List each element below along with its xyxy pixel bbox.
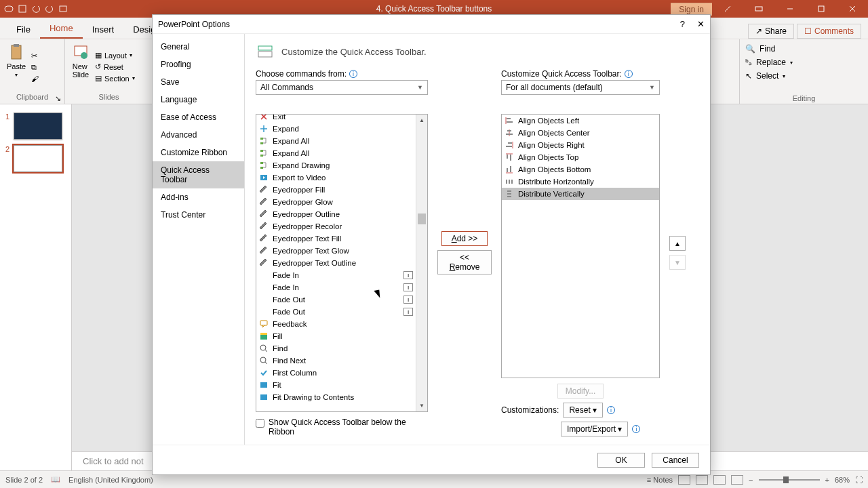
command-list-item[interactable]: Expand All (256, 135, 416, 147)
info-icon[interactable]: i (632, 425, 640, 433)
input-indicator-icon: I (403, 271, 413, 279)
scroll-up-button[interactable]: ▲ (416, 115, 427, 126)
command-list-item[interactable]: Find (256, 342, 416, 354)
move-up-button[interactable]: ▲ (669, 236, 686, 251)
plus-icon (259, 124, 269, 134)
blank-icon (259, 295, 269, 304)
command-list-item[interactable]: Fit Drawing to Contents (256, 391, 416, 403)
command-list-item[interactable]: Eyedropper Text Glow (256, 245, 416, 257)
pen-icon (259, 246, 269, 256)
svg-rect-28 (507, 130, 511, 131)
choose-commands-label: Choose commands from: (256, 69, 347, 79)
svg-point-22 (260, 345, 266, 350)
command-list-item[interactable]: Eyedropper Text Outline (256, 257, 416, 269)
find-icon (259, 356, 269, 365)
qat-list-item[interactable]: Align Objects Center (502, 127, 659, 139)
svg-rect-14 (260, 150, 263, 152)
cancel-button[interactable]: Cancel (652, 453, 699, 468)
find-icon (259, 344, 269, 353)
close-icon[interactable]: ✕ (697, 19, 705, 29)
svg-point-23 (260, 357, 266, 363)
chat-icon (259, 319, 269, 329)
help-button[interactable]: ? (680, 19, 685, 29)
add-button[interactable]: Add >> (441, 231, 488, 246)
command-list-item[interactable]: Fade InI (256, 269, 416, 281)
command-list-item[interactable]: Export to Video (256, 171, 416, 184)
info-icon[interactable]: i (607, 406, 615, 414)
svg-rect-27 (507, 121, 513, 123)
qat-list-item[interactable]: Distribute Vertically (502, 188, 659, 200)
show-below-ribbon-checkbox[interactable] (256, 419, 264, 428)
dialog-nav-item[interactable]: Customize Ribbon (153, 144, 244, 161)
dialog-nav-item[interactable]: Ease of Access (153, 108, 244, 126)
dialog-footer: OK Cancel (153, 445, 710, 474)
command-list-item[interactable]: Eyedropper Outline (256, 208, 416, 220)
qat-list-item[interactable]: Align Objects Top (502, 151, 659, 163)
scrollbar[interactable]: ▲ ▼ (416, 115, 427, 411)
command-list-item[interactable]: Eyedropper Glow (256, 196, 416, 208)
pen-icon (259, 234, 269, 243)
svg-rect-41 (507, 196, 511, 197)
input-indicator-icon: I (403, 283, 413, 291)
command-list-item[interactable]: Fill (256, 330, 416, 342)
svg-rect-19 (260, 321, 267, 325)
customizations-label: Customizations: (501, 405, 559, 415)
pen-icon (259, 185, 269, 195)
ok-button[interactable]: OK (597, 453, 645, 468)
command-list-item[interactable]: Fade OutI (256, 293, 416, 306)
info-icon[interactable]: i (625, 70, 633, 78)
command-list-item[interactable]: Expand (256, 123, 416, 135)
dialog-nav-item[interactable]: Advanced (153, 126, 244, 144)
dialog-nav-item[interactable]: Language (153, 91, 244, 108)
dialog-nav-item[interactable]: Proofing (153, 56, 244, 73)
svg-rect-30 (508, 142, 512, 144)
svg-rect-29 (506, 134, 513, 135)
command-list-item[interactable]: Eyedropper Recolor (256, 220, 416, 232)
svg-rect-24 (260, 382, 267, 388)
svg-rect-39 (507, 190, 511, 192)
blank-icon (259, 270, 269, 280)
qat-list-item[interactable]: Align Objects Left (502, 115, 659, 127)
remove-button[interactable]: << Remove (437, 250, 492, 274)
qat-listbox[interactable]: Align Objects LeftAlign Objects CenterAl… (501, 114, 660, 378)
command-list-item[interactable]: First Column (256, 367, 416, 379)
tree-icon (259, 161, 269, 170)
choose-commands-dropdown[interactable]: All Commands▼ (256, 80, 428, 95)
scroll-down-button[interactable]: ▼ (416, 400, 427, 411)
command-list-item[interactable]: Eyedropper Fill (256, 184, 416, 196)
dialog-nav-item[interactable]: Trust Center (153, 206, 244, 224)
dialog-nav-item[interactable]: Add-ins (153, 188, 244, 206)
dialog-nav-item[interactable]: General (153, 38, 244, 56)
command-list-item[interactable]: Eyedropper Text Fill (256, 232, 416, 245)
scroll-thumb[interactable] (418, 214, 426, 224)
input-indicator-icon: I (403, 308, 413, 316)
svg-rect-20 (260, 335, 267, 340)
dialog-title: PowerPoint Options (158, 20, 230, 29)
fit-icon (259, 380, 269, 390)
qat-list-item[interactable]: Distribute Horizontally (502, 176, 659, 188)
commands-listbox[interactable]: ExitExpandExpand AllExpand AllExpand Dra… (256, 114, 428, 412)
dialog-backdrop: PowerPoint Options ? ✕ GeneralProofingSa… (0, 0, 868, 488)
check-icon (259, 368, 269, 378)
reset-dropdown[interactable]: Reset ▾ (563, 403, 603, 418)
command-list-item[interactable]: Find Next (256, 354, 416, 367)
svg-rect-36 (506, 180, 507, 184)
command-list-item[interactable]: Exit (256, 114, 416, 123)
qat-list-item[interactable]: Align Objects Bottom (502, 163, 659, 176)
dialog-nav-item[interactable]: Save (153, 73, 244, 91)
command-list-item[interactable]: Feedback (256, 318, 416, 330)
pen-icon (259, 197, 269, 207)
import-export-dropdown[interactable]: Import/Export ▾ (561, 422, 628, 436)
x-icon (259, 114, 269, 121)
command-list-item[interactable]: Fade OutI (256, 306, 416, 318)
info-icon[interactable]: i (349, 70, 357, 78)
input-indicator-icon: I (403, 296, 413, 304)
command-list-item[interactable]: Fit (256, 379, 416, 391)
command-list-item[interactable]: Fade InI (256, 281, 416, 293)
dialog-nav-item[interactable]: Quick Access Toolbar (153, 161, 244, 188)
command-list-item[interactable]: Expand All (256, 147, 416, 159)
customize-qat-dropdown[interactable]: For all documents (default)▼ (501, 80, 660, 95)
qat-list-item[interactable]: Align Objects Right (502, 139, 659, 151)
svg-rect-17 (260, 167, 263, 169)
command-list-item[interactable]: Expand Drawing (256, 159, 416, 171)
